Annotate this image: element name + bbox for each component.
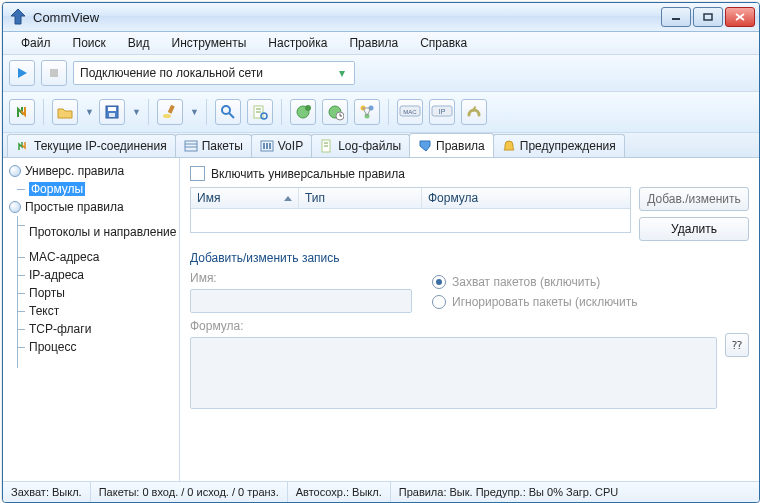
tree-tcp-flags[interactable]: TCP-флаги (5, 320, 177, 338)
app-window: CommView Файл Поиск Вид Инструменты Наст… (2, 2, 760, 503)
tab-alerts[interactable]: Предупреждения (493, 134, 625, 157)
dropdown-icon[interactable]: ▼ (190, 107, 198, 117)
tree-label: Порты (29, 286, 65, 300)
col-name[interactable]: Имя (191, 188, 299, 208)
svg-rect-9 (109, 113, 115, 117)
tab-packets[interactable]: Пакеты (175, 134, 252, 157)
tab-rules[interactable]: Правила (409, 133, 494, 157)
find-button[interactable] (215, 99, 241, 125)
tree-bullet-icon (9, 165, 21, 177)
open-button[interactable] (52, 99, 78, 125)
tab-connections[interactable]: Текущие IP-соединения (7, 134, 176, 157)
toolbar-main: ▼ ▼ ▼ MAC IP (3, 92, 759, 133)
grid-header: Имя Тип Формула (191, 188, 630, 209)
chevron-down-icon: ▾ (334, 66, 350, 80)
toolbar-separator (388, 99, 389, 125)
svg-rect-39 (263, 143, 265, 149)
tree-mac[interactable]: MAC-адреса (5, 248, 177, 266)
scheduler-button[interactable] (322, 99, 348, 125)
tree-protocols[interactable]: Протоколы и направление (5, 216, 177, 248)
menubar: Файл Поиск Вид Инструменты Настройка Пра… (3, 32, 759, 55)
tree-formulas[interactable]: Формулы (5, 180, 177, 198)
add-edit-button[interactable]: Добав./изменить (639, 187, 749, 211)
ignore-radio-row[interactable]: Игнорировать пакеты (исключить (432, 295, 638, 309)
alerts-icon (502, 139, 516, 153)
reconstruct-button[interactable] (9, 99, 35, 125)
app-icon (9, 8, 27, 26)
menu-search[interactable]: Поиск (63, 34, 116, 52)
titlebar: CommView (3, 3, 759, 32)
log-button[interactable] (247, 99, 273, 125)
svg-point-12 (222, 106, 230, 114)
toolbar-separator (43, 99, 44, 125)
status-packets: Пакеты: 0 вход. / 0 исход. / 0 транз. (91, 482, 288, 502)
tree-label: Протоколы и направление (29, 225, 176, 239)
clear-button[interactable] (157, 99, 183, 125)
connections-icon (16, 139, 30, 153)
dropdown-icon[interactable]: ▼ (132, 107, 140, 117)
maximize-button[interactable] (693, 7, 723, 27)
tree-process[interactable]: Процесс (5, 338, 177, 356)
toolbar-capture: Подключение по локальной сети ▾ (3, 55, 759, 92)
minimize-button[interactable] (661, 7, 691, 27)
svg-rect-35 (185, 141, 197, 151)
menu-tools[interactable]: Инструменты (162, 34, 257, 52)
statistics-button[interactable] (290, 99, 316, 125)
col-formula[interactable]: Формула (422, 188, 630, 208)
menu-settings[interactable]: Настройка (258, 34, 337, 52)
tree-ports[interactable]: Порты (5, 284, 177, 302)
formula-row: Формула: ⁇ (190, 319, 749, 409)
toolbar-separator (281, 99, 282, 125)
dropdown-icon[interactable]: ▼ (85, 107, 93, 117)
logs-icon (320, 139, 334, 153)
menu-view[interactable]: Вид (118, 34, 160, 52)
play-button[interactable] (9, 60, 35, 86)
rules-grid[interactable]: Имя Тип Формула (190, 187, 631, 233)
tab-label: VoIP (278, 139, 303, 153)
save-button[interactable] (99, 99, 125, 125)
tree-ip[interactable]: IP-адреса (5, 266, 177, 284)
tree-label: Универс. правила (25, 164, 124, 178)
menu-rules[interactable]: Правила (339, 34, 408, 52)
options-button[interactable] (461, 99, 487, 125)
rules-tree: Универс. правила Формулы Простые правила… (3, 158, 180, 481)
name-input[interactable] (190, 289, 412, 313)
svg-rect-1 (672, 18, 680, 20)
svg-rect-6 (50, 69, 58, 77)
close-button[interactable] (725, 7, 755, 27)
status-rules-alerts: Правила: Вык. Предупр.: Вы 0% Загр. CPU (391, 482, 759, 502)
menu-help[interactable]: Справка (410, 34, 477, 52)
name-label: Имя: (190, 271, 412, 285)
capture-radio-row[interactable]: Захват пакетов (включить) (432, 275, 638, 289)
packets-icon (184, 139, 198, 153)
tree-label: IP-адреса (29, 268, 84, 282)
tree-text[interactable]: Текст (5, 302, 177, 320)
capture-radio[interactable] (432, 275, 446, 289)
status-autosave: Автосохр.: Выкл. (288, 482, 391, 502)
formula-input[interactable] (190, 337, 717, 409)
svg-marker-45 (420, 141, 430, 151)
svg-rect-2 (704, 14, 712, 20)
formula-help-button[interactable]: ⁇ (725, 333, 749, 357)
adapter-combo-value: Подключение по локальной сети (80, 66, 263, 80)
svg-point-19 (305, 105, 311, 111)
help-icon: ⁇ (732, 339, 742, 352)
col-type[interactable]: Тип (299, 188, 422, 208)
tab-label: Log-файлы (338, 139, 401, 153)
tree-label: TCP-флаги (29, 322, 91, 336)
tree-universal-rules[interactable]: Универс. правила (5, 162, 177, 180)
adapter-combo[interactable]: Подключение по локальной сети ▾ (73, 61, 355, 85)
tree-simple-rules[interactable]: Простые правила (5, 198, 177, 216)
tab-voip[interactable]: VoIP (251, 134, 312, 157)
nodes-button[interactable] (354, 99, 380, 125)
capture-radio-label: Захват пакетов (включить) (452, 275, 600, 289)
window-controls (661, 7, 755, 27)
delete-button[interactable]: Удалить (639, 217, 749, 241)
mac-alias-button[interactable]: MAC (397, 99, 423, 125)
ignore-radio[interactable] (432, 295, 446, 309)
ip-alias-button[interactable]: IP (429, 99, 455, 125)
stop-button[interactable] (41, 60, 67, 86)
menu-file[interactable]: Файл (11, 34, 61, 52)
enable-rules-checkbox[interactable] (190, 166, 205, 181)
tab-logs[interactable]: Log-файлы (311, 134, 410, 157)
